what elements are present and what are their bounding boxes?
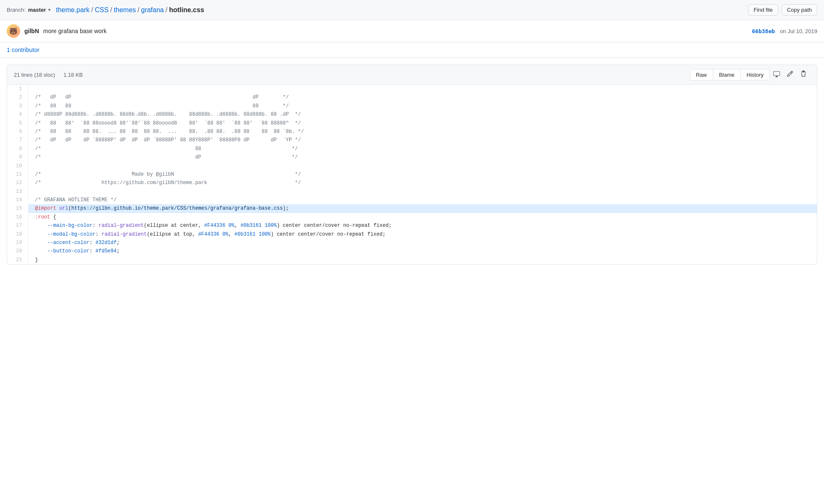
line-number: 1 xyxy=(7,85,28,93)
table-row: 1 xyxy=(7,85,817,93)
line-code: } xyxy=(28,256,817,264)
line-code xyxy=(28,187,817,196)
find-file-button[interactable]: Find file xyxy=(748,4,778,16)
table-row: 18 --modal-bg-color: radial-gradient(ell… xyxy=(7,230,817,239)
line-number: 6 xyxy=(7,127,28,136)
desktop-icon[interactable] xyxy=(770,68,783,81)
line-number: 10 xyxy=(7,162,28,170)
commit-author[interactable]: gilbN xyxy=(24,28,39,34)
contributor-count: 1 xyxy=(7,47,10,53)
file-actions: Raw Blame History xyxy=(690,68,810,81)
file-size: 1.18 KB xyxy=(63,72,83,78)
contributor-link[interactable]: 1 contributor xyxy=(7,47,39,53)
line-code: --button-color: #fd5e94; xyxy=(28,247,817,255)
file-meta: 21 lines (18 sloc) 1.18 KB xyxy=(14,72,83,78)
line-number: 7 xyxy=(7,136,28,144)
line-code: /* 88 88 88 88. ... 88 88 88 88. ... 88.… xyxy=(28,127,817,136)
line-number: 2 xyxy=(7,93,28,101)
line-code: /* 88 */ xyxy=(28,145,817,153)
branch-name: master xyxy=(28,7,46,13)
breadcrumb: theme.park / CSS / themes / grafana / ho… xyxy=(56,6,204,14)
table-row: 6/* 88 88 88 88. ... 88 88 88 88. ... 88… xyxy=(7,127,817,136)
line-code xyxy=(28,85,817,93)
chevron-down-icon: ▾ xyxy=(48,7,51,13)
table-row: 14/* GRAFANA HOTLINE THEME */ xyxy=(7,196,817,204)
separator: / xyxy=(91,6,93,14)
top-bar-right: Find file Copy path xyxy=(748,4,817,16)
code-table: 12/* dP dP dP */3/* 88 88 88 */4/* d8888… xyxy=(7,85,817,264)
line-number: 3 xyxy=(7,102,28,110)
branch-label: Branch: xyxy=(7,7,26,13)
line-code: /* 88 88 88 */ xyxy=(28,102,817,110)
top-bar: Branch: master ▾ theme.park / CSS / them… xyxy=(0,0,824,20)
separator: / xyxy=(138,6,139,14)
raw-button[interactable]: Raw xyxy=(690,69,713,81)
table-row: 8/* 88 */ xyxy=(7,145,817,153)
line-number: 4 xyxy=(7,110,28,119)
line-number: 19 xyxy=(7,239,28,247)
commit-sha[interactable]: 66b38eb xyxy=(752,28,775,34)
contributor-label-text: contributor xyxy=(12,47,39,53)
table-row: 9/* dP */ xyxy=(7,153,817,161)
line-number: 21 xyxy=(7,256,28,264)
code-wrapper: 12/* dP dP dP */3/* 88 88 88 */4/* d8888… xyxy=(7,85,817,265)
table-row: 4/* d8888P 88d888b. .d8888b. 88d8b.d8b. … xyxy=(7,110,817,119)
table-row: 17 --main-bg-color: radial-gradient(elli… xyxy=(7,221,817,230)
file-lines: 21 lines (18 sloc) xyxy=(14,72,55,78)
commit-date: on Jul 10, 2019 xyxy=(780,28,817,34)
line-code: /* d8888P 88d888b. .d8888b. 88d8b.d8b. .… xyxy=(28,110,817,119)
table-row: 16:root { xyxy=(7,213,817,221)
table-row: 20 --button-color: #fd5e94; xyxy=(7,247,817,255)
table-row: 5/* 88 88' `88 88ooood8 88'`88'`88 88ooo… xyxy=(7,119,817,127)
table-row: 21} xyxy=(7,256,817,264)
breadcrumb-grafana[interactable]: grafana xyxy=(141,6,164,14)
line-number: 9 xyxy=(7,153,28,161)
copy-path-button[interactable]: Copy path xyxy=(782,4,817,16)
commit-message: more grafana base work xyxy=(43,28,107,34)
table-row: 13 xyxy=(7,187,817,196)
line-code: /* https://github.com/gilbN/theme.park *… xyxy=(28,179,817,187)
line-number: 11 xyxy=(7,170,28,179)
line-code: --accent-color: #32d1df; xyxy=(28,239,817,247)
table-row: 2/* dP dP dP */ xyxy=(7,93,817,101)
breadcrumb-themes[interactable]: themes xyxy=(114,6,136,14)
line-number: 14 xyxy=(7,196,28,204)
top-bar-left: Branch: master ▾ theme.park / CSS / them… xyxy=(7,6,204,14)
breadcrumb-css[interactable]: CSS xyxy=(95,6,109,14)
table-row: 12/* https://github.com/gilbN/theme.park… xyxy=(7,179,817,187)
line-code: /* dP dP dP */ xyxy=(28,93,817,101)
contributor-bar: 1 contributor xyxy=(0,42,824,58)
line-code: :root { xyxy=(28,213,817,221)
history-button[interactable]: History xyxy=(741,69,770,81)
line-number: 16 xyxy=(7,213,28,221)
line-number: 12 xyxy=(7,179,28,187)
line-code xyxy=(28,162,817,170)
line-code: /* dP dP dP `88888P' dP dP dP `88888P' 8… xyxy=(28,136,817,144)
line-code: /* GRAFANA HOTLINE THEME */ xyxy=(28,196,817,204)
line-number: 15 xyxy=(7,204,28,213)
edit-icon[interactable] xyxy=(783,68,797,81)
line-code: /* Made by @gilbN */ xyxy=(28,170,817,179)
line-number: 8 xyxy=(7,145,28,153)
breadcrumb-theme-park[interactable]: theme.park xyxy=(56,6,89,14)
commit-bar: 🐻 gilbN more grafana base work 66b38eb o… xyxy=(0,20,824,42)
table-row: 19 --accent-color: #32d1df; xyxy=(7,239,817,247)
line-number: 20 xyxy=(7,247,28,255)
separator: / xyxy=(110,6,112,14)
avatar: 🐻 xyxy=(7,24,20,38)
line-code: --modal-bg-color: radial-gradient(ellips… xyxy=(28,230,817,239)
file-info-bar: 21 lines (18 sloc) 1.18 KB Raw Blame His… xyxy=(7,65,817,85)
separator: / xyxy=(166,6,167,14)
branch-selector[interactable]: Branch: master ▾ xyxy=(7,7,51,13)
commit-bar-left: 🐻 gilbN more grafana base work xyxy=(7,24,107,38)
line-code: @import url(https://gilbn.github.io/them… xyxy=(28,204,817,213)
delete-icon[interactable] xyxy=(797,68,810,81)
breadcrumb-filename: hotline.css xyxy=(169,6,204,14)
table-row: 10 xyxy=(7,162,817,170)
line-number: 13 xyxy=(7,187,28,196)
line-number: 5 xyxy=(7,119,28,127)
line-number: 18 xyxy=(7,230,28,239)
line-code: /* dP */ xyxy=(28,153,817,161)
line-code: --main-bg-color: radial-gradient(ellipse… xyxy=(28,221,817,230)
blame-button[interactable]: Blame xyxy=(713,69,741,81)
